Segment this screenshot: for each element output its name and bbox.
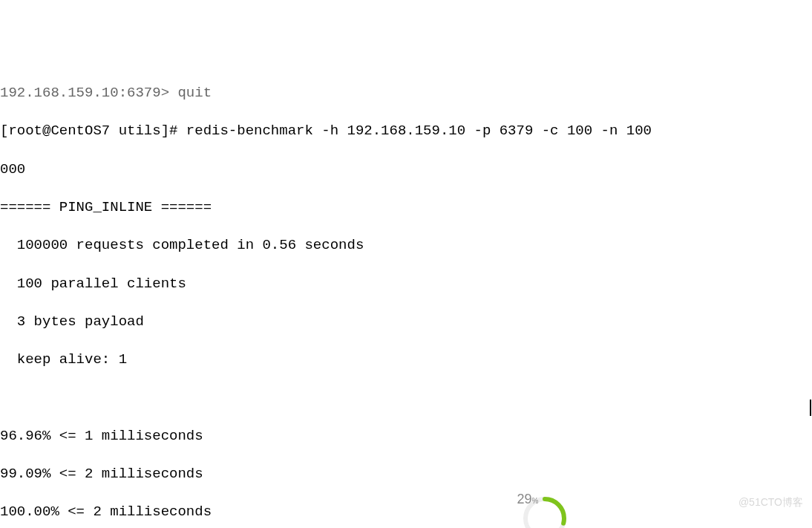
terminal-line: 100000 requests completed in 0.56 second… [0,236,812,255]
watermark-text: @51CTO博客 [739,495,803,509]
terminal-line: [root@CentOS7 utils]# redis-benchmark -h… [0,122,812,141]
progress-suffix: % [532,497,539,505]
terminal-line: keep alive: 1 [0,351,812,370]
terminal-line: ====== PING_INLINE ====== [0,198,812,218]
progress-value: 29 [517,492,532,506]
terminal-line: 192.168.159.10:6379> quit [0,84,812,103]
terminal-line: 99.09% <= 2 milliseconds [0,465,812,484]
terminal-line [0,388,812,408]
progress-badge: 29% [505,476,551,522]
terminal-line: 96.96% <= 1 milliseconds [0,427,812,446]
terminal-line: 100 parallel clients [0,275,812,294]
terminal-line: 3 bytes payload [0,313,812,332]
terminal-line: 000 [0,160,812,180]
progress-badge-text: 29% [517,490,539,508]
terminal-line: 100.00% <= 2 milliseconds [0,503,812,522]
terminal-output: 192.168.159.10:6379> quit [root@CentOS7 … [0,76,812,528]
text-cursor [810,400,811,416]
